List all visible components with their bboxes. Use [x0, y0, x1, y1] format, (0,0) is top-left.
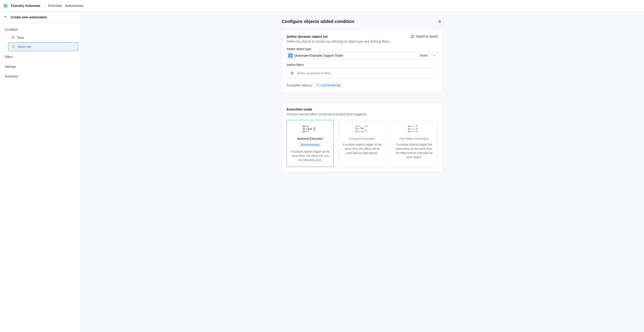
- execution-mode-card: Execution mode Choose how the effect sho…: [282, 102, 443, 172]
- card-subtitle: Choose how the effect should be executed…: [287, 112, 438, 116]
- cube-icon: [12, 45, 15, 49]
- app-logo: [3, 3, 8, 8]
- svg-point-1: [5, 6, 5, 6]
- svg-point-24: [408, 126, 410, 127]
- svg-point-22: [362, 128, 364, 129]
- svg-line-11: [293, 74, 293, 74]
- batched-icon: [290, 124, 331, 134]
- sidebar-item-label: Object set: [17, 45, 31, 48]
- svg-point-12: [303, 126, 304, 127]
- refresh-icon: [411, 35, 414, 38]
- latency-badge: Live Monitoring: [315, 83, 342, 87]
- trash-icon: [438, 20, 441, 23]
- svg-point-9: [290, 56, 291, 56]
- svg-point-17: [356, 126, 357, 127]
- status-badge: Active: [418, 53, 429, 58]
- sidebar: Create new automation Condition Time Obj…: [0, 11, 80, 332]
- svg-point-28: [408, 131, 410, 132]
- svg-point-10: [291, 72, 293, 74]
- app-name: Foundry Automate: [11, 4, 40, 7]
- object-type-select[interactable]: [Automate Example] Support Ticket Active: [287, 52, 438, 59]
- robot-icon: [4, 4, 7, 7]
- svg-point-2: [6, 6, 6, 6]
- mode-title: Per-Object Execution: [394, 137, 435, 140]
- app-header: Foundry Automate Overview Automations: [0, 0, 644, 11]
- switch-to-saved-label: Switch to saved: [416, 35, 438, 38]
- latency-label: Evaluation latency:: [287, 83, 313, 87]
- mode-desc: If multiple objects trigger the automati…: [394, 143, 435, 159]
- sidebar-item-object-set[interactable]: Object set: [8, 42, 78, 51]
- search-icon: [290, 71, 294, 75]
- sidebar-item-time[interactable]: Time: [8, 33, 78, 42]
- grouped-icon: [342, 124, 383, 134]
- caret-down-icon[interactable]: [431, 53, 436, 58]
- clock-icon: [12, 36, 15, 40]
- divider: [45, 3, 45, 8]
- card-title: Execution mode: [287, 107, 438, 111]
- filter-input[interactable]: [297, 71, 434, 75]
- sidebar-item-summary[interactable]: Summary: [5, 72, 78, 80]
- select-object-type-label: Select object type: [287, 47, 438, 51]
- back-arrow-icon[interactable]: [4, 15, 8, 19]
- object-type-value: [Automate Example] Support Ticket: [294, 54, 416, 57]
- recommended-badge: Recommended: [299, 143, 321, 147]
- bolt-icon: [317, 84, 320, 86]
- object-set-card: Define dynamic object set Define the obj…: [282, 29, 443, 93]
- svg-point-18: [356, 128, 357, 130]
- svg-rect-0: [4, 5, 6, 6]
- mode-batched[interactable]: Batched Execution Recommended If multipl…: [287, 120, 334, 167]
- nav-overview[interactable]: Overview: [48, 4, 62, 7]
- svg-point-16: [310, 128, 312, 130]
- page-title: Configure objects added condition: [282, 19, 354, 24]
- sidebar-title: Create new automation: [10, 15, 47, 19]
- mode-desc: If multiple objects trigger at the same …: [342, 143, 383, 155]
- object-type-icon: [288, 53, 293, 58]
- svg-point-26: [408, 128, 410, 130]
- switch-to-saved-button[interactable]: Switch to saved: [411, 35, 438, 38]
- mode-grouped[interactable]: Grouped Execution If multiple objects tr…: [338, 120, 386, 167]
- svg-point-15: [303, 131, 304, 132]
- mode-title: Batched Execution: [290, 137, 331, 140]
- sidebar-item-label: Time: [17, 36, 24, 39]
- main-content: Configure objects added condition Define…: [80, 11, 644, 332]
- sidebar-section-condition[interactable]: Condition: [5, 28, 78, 31]
- sidebar-body: Condition Time Object set Effect Setting…: [0, 23, 80, 84]
- page-title-row: Configure objects added condition: [282, 18, 443, 25]
- card-subtitle: Define the objects to monitor by selecti…: [287, 40, 411, 43]
- delete-button[interactable]: [436, 18, 443, 25]
- mode-title: Grouped Execution: [342, 137, 383, 140]
- svg-point-13: [303, 128, 304, 130]
- svg-point-4: [5, 4, 6, 5]
- svg-point-20: [356, 131, 357, 132]
- define-filters-label: Define filters: [287, 63, 438, 67]
- svg-point-23: [362, 131, 364, 132]
- per-object-icon: [394, 124, 435, 134]
- mode-per-object[interactable]: Per-Object Execution If multiple objects…: [391, 120, 438, 167]
- mode-desc: If multiple objects trigger at the same …: [290, 150, 331, 162]
- card-title: Define dynamic object set: [287, 35, 411, 38]
- sidebar-item-settings[interactable]: Settings: [5, 63, 78, 70]
- latency-row: Evaluation latency: Live Monitoring: [287, 83, 438, 87]
- filter-input-wrapper[interactable]: [287, 68, 438, 78]
- sidebar-item-effect[interactable]: Effect: [5, 53, 78, 61]
- nav-automations[interactable]: Automations: [65, 4, 83, 7]
- latency-badge-text: Live Monitoring: [321, 83, 340, 87]
- sidebar-header: Create new automation: [0, 11, 80, 23]
